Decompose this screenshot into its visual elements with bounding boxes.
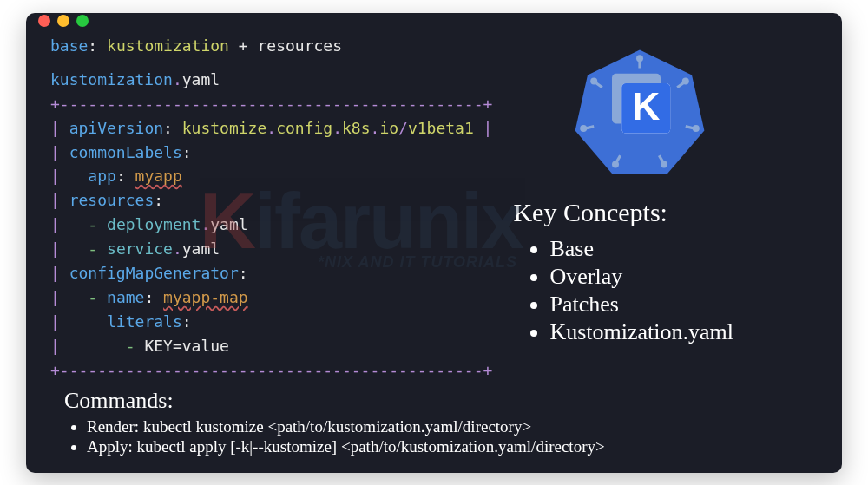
list-item: Kustomization.yaml	[549, 319, 733, 345]
commands-list: Render: kubectl kustomize <path/to/kusto…	[64, 417, 812, 456]
svg-point-18	[590, 77, 597, 84]
yaml-box: +---------------------------------------…	[50, 92, 492, 383]
list-item: Render: kubectl kustomize <path/to/kusto…	[87, 417, 812, 436]
minimize-icon[interactable]	[57, 15, 69, 27]
base-line: base: kustomization + resources	[50, 36, 492, 55]
svg-point-13	[682, 77, 689, 84]
svg-text:K: K	[632, 83, 660, 127]
titlebar	[26, 13, 842, 29]
list-item: Overlay	[549, 264, 733, 290]
svg-point-16	[612, 161, 619, 167]
list-item: Apply: kubectl apply [-k|--kustomize] <p…	[87, 437, 812, 456]
svg-point-15	[661, 161, 667, 167]
svg-point-17	[580, 125, 587, 132]
close-icon[interactable]	[38, 15, 50, 27]
terminal-window: Kifarunix *NIX AND IT TUTORIALS base: ku…	[26, 13, 842, 473]
concepts-title: Key Concepts:	[513, 198, 667, 227]
main-area: base: kustomization + resources kustomiz…	[26, 29, 842, 383]
commands-title: Commands:	[64, 388, 812, 414]
code-panel: base: kustomization + resources kustomiz…	[50, 36, 492, 383]
concepts-panel: K	[513, 36, 818, 383]
kubernetes-icon: K	[570, 42, 709, 180]
maximize-icon[interactable]	[76, 15, 89, 27]
svg-point-12	[636, 55, 643, 62]
commands-panel: Commands: Render: kubectl kustomize <pat…	[26, 383, 842, 473]
filename: kustomization.yaml	[50, 70, 492, 88]
svg-point-14	[693, 125, 700, 132]
concepts-list: Base Overlay Patches Kustomization.yaml	[513, 234, 733, 347]
list-item: Base	[549, 236, 733, 262]
list-item: Patches	[549, 292, 733, 318]
